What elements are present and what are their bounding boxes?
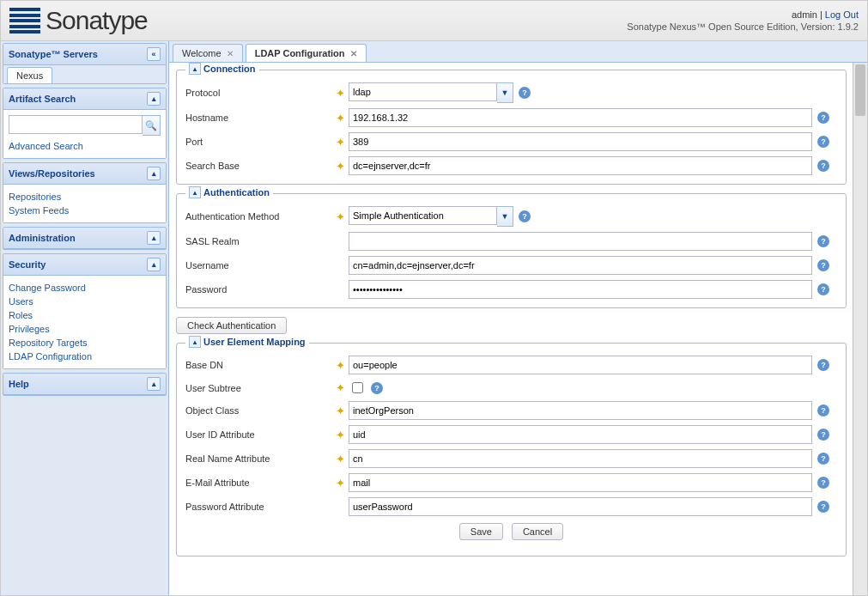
hostname-input[interactable]: [349, 108, 812, 127]
sidebar-item-repo-targets[interactable]: Repository Targets: [9, 336, 161, 350]
help-icon[interactable]: ?: [817, 112, 829, 124]
logout-link[interactable]: Log Out: [825, 9, 859, 20]
help-icon[interactable]: ?: [817, 136, 829, 148]
panel-title: Artifact Search: [9, 94, 76, 104]
panel-help: Help▴: [3, 373, 167, 396]
save-button[interactable]: Save: [459, 523, 503, 540]
scrollbar[interactable]: [853, 63, 867, 596]
collapse-icon[interactable]: ▴: [147, 92, 161, 106]
required-icon: ✦: [336, 429, 345, 441]
collapse-icon[interactable]: «: [147, 47, 161, 61]
label-port: Port: [185, 137, 336, 147]
required-icon: ✦: [336, 404, 345, 417]
sidebar-tab-nexus[interactable]: Nexus: [7, 67, 52, 83]
user-id-input[interactable]: [349, 425, 812, 444]
close-icon[interactable]: ✕: [350, 49, 357, 58]
search-icon[interactable]: 🔍: [143, 115, 161, 136]
scroll-thumb[interactable]: [855, 64, 865, 116]
required-icon: ✦: [336, 359, 345, 372]
chevron-down-icon[interactable]: ▼: [497, 82, 513, 103]
fieldset-connection: ▴Connection Protocol✦▼? Hostname✦? Port✦…: [176, 70, 847, 185]
search-base-input[interactable]: [349, 156, 812, 175]
username-input[interactable]: [349, 256, 812, 275]
close-icon[interactable]: ✕: [227, 49, 234, 58]
panel-title: Views/Repositories: [9, 168, 95, 179]
user-subtree-checkbox[interactable]: [352, 382, 363, 393]
object-class-input[interactable]: [349, 401, 812, 420]
help-icon[interactable]: ?: [817, 477, 829, 489]
chevron-down-icon[interactable]: ▼: [497, 206, 513, 227]
tab-welcome[interactable]: Welcome✕: [173, 44, 243, 62]
auth-method-select[interactable]: [349, 206, 497, 225]
sidebar-item-system-feeds[interactable]: System Feeds: [9, 204, 161, 217]
help-icon[interactable]: ?: [519, 87, 531, 99]
header-bar: Sonatype admin | Log Out Sonatype Nexus™…: [1, 1, 867, 41]
help-icon[interactable]: ?: [817, 160, 829, 172]
collapse-icon[interactable]: ▴: [147, 377, 161, 391]
search-input[interactable]: [9, 115, 143, 134]
help-icon[interactable]: ?: [817, 235, 829, 247]
label-object-class: Object Class: [185, 405, 336, 416]
help-icon[interactable]: ?: [519, 210, 531, 222]
required-icon: ✦: [336, 210, 345, 223]
real-name-input[interactable]: [349, 449, 812, 468]
collapse-icon[interactable]: ▴: [147, 167, 161, 180]
panel-servers: Sonatype™ Servers« Nexus: [3, 43, 167, 84]
tab-strip: Welcome✕ LDAP Configuration✕: [169, 41, 867, 63]
sidebar-item-ldap-config[interactable]: LDAP Configuration: [9, 350, 161, 363]
current-user: admin: [792, 9, 817, 20]
protocol-select[interactable]: [349, 82, 497, 101]
sidebar-item-change-password[interactable]: Change Password: [9, 281, 161, 295]
advanced-search-link[interactable]: Advanced Search: [9, 139, 161, 153]
sidebar-item-privileges[interactable]: Privileges: [9, 322, 161, 336]
label-user-id-attr: User ID Attribute: [185, 429, 336, 440]
required-icon: ✦: [336, 160, 345, 173]
sidebar: Sonatype™ Servers« Nexus Artifact Search…: [1, 41, 169, 596]
label-password-attr: Password Attribute: [185, 502, 336, 512]
panel-security: Security▴ Change Password Users Roles Pr…: [3, 253, 167, 369]
collapse-icon[interactable]: ▴: [189, 336, 201, 348]
password-attr-input[interactable]: [349, 497, 812, 516]
help-icon[interactable]: ?: [817, 283, 829, 295]
panel-title: Security: [9, 259, 46, 270]
app-window: Sonatype admin | Log Out Sonatype Nexus™…: [0, 0, 868, 596]
label-real-name-attr: Real Name Attribute: [185, 453, 336, 464]
label-email-attr: E-Mail Attribute: [185, 477, 336, 488]
collapse-icon[interactable]: ▴: [147, 258, 161, 271]
collapse-icon[interactable]: ▴: [189, 186, 201, 198]
help-icon[interactable]: ?: [817, 429, 829, 441]
logo-icon: [9, 8, 40, 33]
cancel-button[interactable]: Cancel: [512, 523, 563, 540]
email-input[interactable]: [349, 473, 812, 492]
help-icon[interactable]: ?: [371, 382, 383, 394]
base-dn-input[interactable]: [349, 356, 812, 374]
label-auth-method: Authentication Method: [185, 211, 336, 222]
panel-admin: Administration▴: [3, 227, 167, 250]
panel-views: Views/Repositories▴ Repositories System …: [3, 162, 167, 223]
tab-ldap-config[interactable]: LDAP Configuration✕: [246, 44, 367, 62]
label-user-subtree: User Subtree: [185, 383, 336, 393]
required-icon: ✦: [336, 136, 345, 149]
required-icon: ✦: [336, 477, 345, 490]
help-icon[interactable]: ?: [817, 453, 829, 465]
help-icon[interactable]: ?: [817, 404, 829, 417]
sidebar-item-users[interactable]: Users: [9, 295, 161, 308]
label-search-base: Search Base: [185, 161, 336, 171]
sidebar-item-repositories[interactable]: Repositories: [9, 190, 161, 204]
port-input[interactable]: [349, 132, 812, 151]
panel-title: Administration: [9, 233, 76, 243]
required-icon: ✦: [336, 381, 345, 394]
help-icon[interactable]: ?: [817, 501, 829, 513]
label-base-dn: Base DN: [185, 360, 336, 370]
help-icon[interactable]: ?: [817, 359, 829, 371]
collapse-icon[interactable]: ▴: [147, 231, 161, 245]
label-username: Username: [185, 260, 336, 271]
sidebar-item-roles[interactable]: Roles: [9, 308, 161, 322]
version-text: Sonatype Nexus™ Open Source Edition, Ver…: [627, 21, 859, 33]
help-icon[interactable]: ?: [817, 259, 829, 271]
fieldset-user-mapping: ▴User Element Mapping Base DN✦? User Sub…: [176, 343, 847, 556]
check-auth-button[interactable]: Check Authentication: [176, 317, 287, 334]
password-input[interactable]: [349, 280, 812, 299]
sasl-realm-input[interactable]: [349, 232, 812, 251]
collapse-icon[interactable]: ▴: [189, 63, 201, 75]
